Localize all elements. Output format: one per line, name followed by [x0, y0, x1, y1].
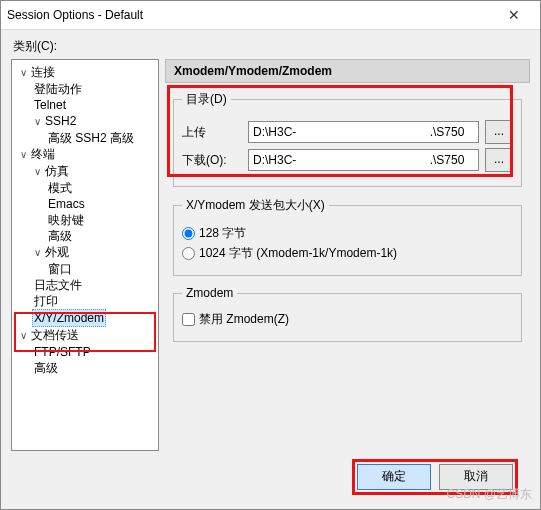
- tree-item-ssh2[interactable]: ∨SSH2 高级 SSH2 高级: [32, 113, 156, 146]
- tree-item-mapped-keys[interactable]: 映射键: [46, 212, 156, 228]
- packet-128-label: 128 字节: [199, 225, 246, 242]
- tree-item-terminal[interactable]: ∨终端 ∨仿真 模式 Emacs 映射键 高级 ∨外观: [18, 146, 156, 327]
- tree-item-emacs[interactable]: Emacs: [46, 196, 156, 212]
- zmodem-legend: Zmodem: [182, 286, 237, 300]
- packet-1024-label: 1024 字节 (Xmodem-1k/Ymodem-1k): [199, 245, 397, 262]
- dialog-footer: 确定 取消: [11, 451, 530, 503]
- tree-item-ftp-sftp[interactable]: FTP/SFTP: [32, 344, 156, 360]
- settings-panel: Xmodem/Ymodem/Zmodem 目录(D) 上传 ... 下载(O):: [165, 59, 530, 451]
- packet-1024-radio[interactable]: [182, 247, 195, 260]
- download-path-input[interactable]: [248, 149, 479, 171]
- tree-item-window[interactable]: 窗口: [46, 261, 156, 277]
- panel-title: Xmodem/Ymodem/Zmodem: [165, 59, 530, 83]
- tree-item-connection[interactable]: ∨连接 登陆动作 Telnet ∨SSH2 高级 SSH2 高级: [18, 64, 156, 146]
- download-browse-button[interactable]: ...: [485, 148, 513, 172]
- directories-group: 目录(D) 上传 ... 下载(O): ...: [173, 91, 522, 187]
- download-label: 下载(O):: [182, 152, 242, 169]
- upload-label: 上传: [182, 124, 242, 141]
- tree-item-file-transfer[interactable]: ∨文档传送 FTP/SFTP 高级: [18, 327, 156, 376]
- tree-item-advanced[interactable]: 高级: [46, 228, 156, 244]
- packet-size-group: X/Ymodem 发送包大小(X) 128 字节 1024 字节 (Xmodem…: [173, 197, 522, 276]
- dialog-body: 类别(C): ∨连接 登陆动作 Telnet ∨SSH2 高级 SSH2 高级 …: [1, 30, 540, 509]
- tree-item-login-actions[interactable]: 登陆动作: [32, 81, 156, 97]
- tree-item-log-file[interactable]: 日志文件: [32, 277, 156, 293]
- disable-zmodem-checkbox[interactable]: [182, 313, 195, 326]
- tree-item-xyzmodem[interactable]: X/Y/Zmodem: [32, 309, 156, 327]
- tree-item-advanced2[interactable]: 高级: [32, 360, 156, 376]
- category-label: 类别(C):: [13, 38, 530, 55]
- close-icon[interactable]: ✕: [494, 7, 534, 23]
- tree-item-emulation[interactable]: ∨仿真 模式 Emacs 映射键 高级: [32, 163, 156, 244]
- titlebar: Session Options - Default ✕: [1, 1, 540, 30]
- directories-legend: 目录(D): [182, 91, 231, 108]
- tree-item-telnet[interactable]: Telnet: [32, 97, 156, 113]
- packet-128-radio[interactable]: [182, 227, 195, 240]
- tree-item-printing[interactable]: 打印: [32, 293, 156, 309]
- highlight-box-buttons: 确定 取消: [352, 459, 518, 495]
- tree-item-ssh2-advanced[interactable]: 高级 SSH2 高级: [46, 130, 156, 146]
- ok-button[interactable]: 确定: [357, 464, 431, 490]
- upload-path-input[interactable]: [248, 121, 479, 143]
- session-options-window: Session Options - Default ✕ 类别(C): ∨连接 登…: [0, 0, 541, 510]
- tree-item-modes[interactable]: 模式: [46, 180, 156, 196]
- category-tree[interactable]: ∨连接 登陆动作 Telnet ∨SSH2 高级 SSH2 高级 ∨终端 ∨仿真: [11, 59, 159, 451]
- upload-browse-button[interactable]: ...: [485, 120, 513, 144]
- tree-item-appearance[interactable]: ∨外观 窗口: [32, 244, 156, 277]
- zmodem-group: Zmodem 禁用 Zmodem(Z): [173, 286, 522, 342]
- window-title: Session Options - Default: [7, 8, 494, 22]
- disable-zmodem-label: 禁用 Zmodem(Z): [199, 311, 289, 328]
- packet-size-legend: X/Ymodem 发送包大小(X): [182, 197, 329, 214]
- cancel-button[interactable]: 取消: [439, 464, 513, 490]
